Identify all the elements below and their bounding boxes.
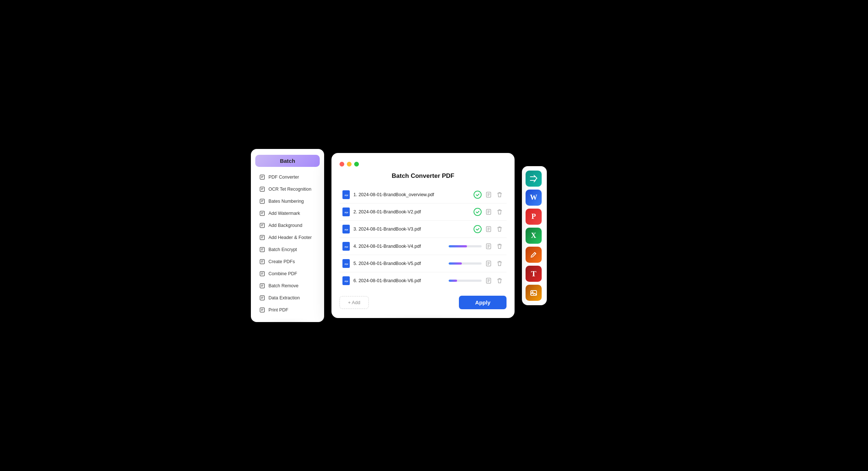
file-row: PDF 4. 2024-08-01-BrandBook-V4.pdf (340, 238, 507, 255)
sidebar-item-label: Batch Encrypt (268, 247, 297, 252)
sidebar-item-combine-pdf[interactable]: Combine PDF (253, 268, 322, 280)
sidebar-item-label: Data Extraction (268, 295, 300, 300)
combine-icon (259, 270, 266, 277)
bottom-row: + Add Apply (340, 296, 507, 309)
sidebar-item-label: PDF Converter (268, 175, 299, 180)
pdf-file-icon: PDF (342, 242, 350, 251)
file-action-doc-icon[interactable] (485, 225, 493, 233)
dock-app-photo[interactable] (526, 285, 542, 301)
sidebar-item-label: Print PDF (268, 307, 288, 313)
svg-rect-24 (260, 272, 264, 276)
file-delete-icon[interactable] (496, 242, 504, 250)
svg-text:PDF: PDF (345, 263, 348, 265)
traffic-light-red[interactable] (340, 162, 344, 167)
file-delete-icon[interactable] (496, 277, 504, 285)
file-name: 5. 2024-08-01-BrandBook-V5.pdf (353, 261, 445, 266)
sidebar-header: Batch (255, 155, 320, 167)
file-action-doc-icon[interactable] (485, 191, 493, 199)
traffic-light-green[interactable] (354, 162, 359, 167)
right-dock: WPXT (522, 166, 547, 305)
file-delete-icon[interactable] (496, 208, 504, 216)
sidebar-item-ocr-recognition[interactable]: OCR Tet Recognition (253, 183, 322, 195)
apply-button[interactable]: Apply (459, 296, 507, 309)
file-row: PDF 2. 2024-08-01-BrandBook-V2.pdf (340, 203, 507, 221)
dock-app-word[interactable]: W (526, 190, 542, 206)
file-name: 3. 2024-08-01-BrandBook-V3.pdf (353, 227, 470, 232)
sidebar-item-batch-encrypt[interactable]: Batch Encrypt (253, 244, 322, 255)
file-status (474, 191, 504, 199)
svg-text:PDF: PDF (345, 212, 348, 214)
traffic-light-yellow[interactable] (347, 162, 352, 167)
dock-app-edit[interactable] (526, 247, 542, 263)
watermark-icon (259, 210, 266, 217)
file-status (474, 208, 504, 216)
sidebar-item-create-pdfs[interactable]: Create PDFs (253, 256, 322, 268)
progress-bar (449, 245, 482, 247)
file-action-doc-icon[interactable] (485, 208, 493, 216)
dock-app-ppt[interactable]: P (526, 209, 542, 225)
print-icon (259, 307, 266, 313)
dock-app-excel[interactable]: X (526, 228, 542, 244)
file-action-doc-icon[interactable] (485, 277, 493, 285)
header-footer-icon (259, 234, 266, 241)
file-delete-icon[interactable] (496, 225, 504, 233)
file-row: PDF 6. 2024-08-01-BrandBook-V6.pdf (340, 272, 507, 289)
sidebar-item-label: Batch Remove (268, 283, 298, 288)
sidebar-item-label: Combine PDF (268, 271, 297, 276)
pdf-file-icon: PDF (342, 208, 350, 216)
file-name: 2. 2024-08-01-BrandBook-V2.pdf (353, 209, 470, 214)
file-delete-icon[interactable] (496, 259, 504, 268)
progress-bar (449, 262, 482, 265)
sidebar-item-add-header-footer[interactable]: Add Header & Footer (253, 232, 322, 243)
svg-rect-9 (260, 211, 264, 216)
status-check-icon (474, 208, 482, 216)
scene: Batch PDF Converter OCR Tet Recognition (251, 149, 617, 322)
ocr-icon (259, 186, 266, 192)
file-name: 4. 2024-08-01-BrandBook-V4.pdf (353, 244, 445, 249)
sidebar-item-batch-remove[interactable]: Batch Remove (253, 280, 322, 292)
status-check-icon (474, 225, 482, 233)
svg-text:PDF: PDF (345, 194, 348, 197)
sidebar-item-label: Create PDFs (268, 259, 295, 264)
create-pdf-icon (259, 258, 266, 265)
sidebar-item-label: Add Watermark (268, 211, 300, 216)
svg-rect-6 (260, 199, 264, 203)
sidebar-item-add-watermark[interactable]: Add Watermark (253, 208, 322, 219)
svg-rect-12 (260, 223, 264, 228)
extraction-icon (259, 295, 266, 301)
dock-app-text[interactable]: T (526, 266, 542, 282)
file-row: PDF 3. 2024-08-01-BrandBook-V3.pdf (340, 221, 507, 238)
traffic-lights (340, 162, 507, 167)
sidebar-item-label: OCR Tet Recognition (268, 187, 311, 192)
sidebar-item-bates-numbering[interactable]: Bates Numbering (253, 195, 322, 207)
progress-bar-fill (449, 245, 467, 247)
file-status (449, 277, 504, 285)
file-status (449, 259, 504, 268)
file-row: PDF 1. 2024-08-01-BrandBook_overview.pdf (340, 186, 507, 203)
file-name: 1. 2024-08-01-BrandBook_overview.pdf (353, 192, 470, 197)
sidebar-item-add-background[interactable]: Add Background (253, 220, 322, 231)
sidebar-item-label: Add Header & Footer (268, 235, 312, 240)
svg-text:PDF: PDF (345, 280, 348, 283)
file-status (474, 225, 504, 233)
pdf-file-icon: PDF (342, 259, 350, 268)
pdf-converter-icon (259, 174, 266, 180)
sidebar-item-label: Add Background (268, 223, 302, 228)
file-action-doc-icon[interactable] (485, 242, 493, 250)
progress-bar-fill (449, 280, 457, 282)
svg-rect-21 (260, 259, 264, 264)
dock-app-shuffle[interactable] (526, 171, 542, 187)
pdf-file-icon: PDF (342, 190, 350, 199)
svg-rect-33 (260, 308, 264, 312)
sidebar-item-pdf-converter[interactable]: PDF Converter (253, 171, 322, 183)
add-button[interactable]: + Add (340, 296, 369, 309)
sidebar-item-data-extraction[interactable]: Data Extraction (253, 292, 322, 304)
svg-rect-18 (260, 247, 264, 252)
file-action-doc-icon[interactable] (485, 259, 493, 268)
svg-rect-15 (260, 235, 264, 240)
svg-rect-30 (260, 296, 264, 300)
svg-text:PDF: PDF (345, 229, 348, 231)
file-name: 6. 2024-08-01-BrandBook-V6.pdf (353, 278, 445, 283)
file-delete-icon[interactable] (496, 191, 504, 199)
sidebar-item-print-pdf[interactable]: Print PDF (253, 304, 322, 316)
